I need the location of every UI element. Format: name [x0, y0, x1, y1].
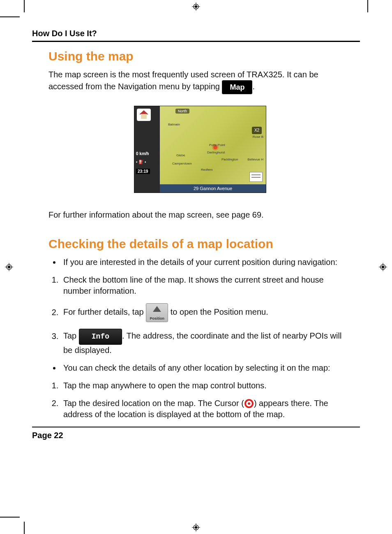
steps-list-2: Tap the map anywhere to open the map con…	[48, 380, 352, 420]
info-button[interactable]: Info	[79, 329, 122, 344]
bullet-list-1: If you are interested in the details of …	[48, 257, 352, 268]
page-content: How Do I Use It? Using the map The map s…	[32, 29, 360, 505]
map-label: Balmain	[168, 123, 180, 126]
intro-text-a: The map screen is the most frequently us…	[48, 70, 318, 91]
crop-mark	[24, 522, 25, 534]
step-3-text-a: Tap	[63, 332, 79, 341]
speed-indicator: 0 km/h	[136, 151, 149, 156]
menu-icon	[249, 172, 263, 182]
footer-rule	[32, 427, 360, 427]
registration-mark-icon	[5, 263, 13, 271]
clock: 23:19	[136, 169, 150, 174]
crop-mark	[0, 16, 20, 17]
step-3: Tap Info. The address, the coordinate an…	[61, 329, 352, 355]
header-rule	[32, 41, 360, 42]
map-screenshot: Balmain Glebe Camperdown Potts Point Dar…	[134, 106, 266, 193]
map-label: Darlinghurst	[207, 151, 225, 154]
map-label: Camperdown	[172, 162, 192, 165]
registration-mark-icon	[192, 2, 200, 11]
home-icon	[137, 109, 151, 121]
map-label: Rose B	[253, 135, 263, 139]
map-label: Paddington	[221, 158, 238, 161]
map-label: Bellevue H	[247, 158, 263, 161]
compass-label: North	[175, 109, 189, 114]
bullet-other-location: You can check the details of any other l…	[61, 362, 352, 374]
crop-mark	[24, 0, 25, 12]
map-sidebar: 0 km/h ▪ ⛽ ▪ 23:19	[134, 106, 160, 193]
svg-point-17	[248, 402, 250, 405]
running-header: How Do I Use It?	[32, 29, 360, 38]
step-2-text-b: to open the Position menu.	[171, 308, 268, 317]
step-b2-text-a: Tap the desired location on the map. The…	[63, 399, 244, 408]
map-label: Glebe	[176, 153, 185, 157]
page-number: Page 22	[32, 431, 360, 440]
intro-text-b: .	[252, 82, 255, 91]
step-b1: Tap the map anywhere to open the map con…	[61, 380, 352, 391]
intro-paragraph: The map screen is the most frequently us…	[48, 69, 352, 94]
map-label: Redfern	[201, 168, 212, 172]
steps-list-1: Check the bottom line of the map. It sho…	[48, 274, 352, 355]
section-heading-checking-details: Checking the details of a map location	[48, 237, 352, 251]
step-b2: Tap the desired location on the map. The…	[61, 398, 352, 420]
registration-mark-icon	[192, 523, 200, 532]
bullet-list-2: You can check the details of any other l…	[48, 362, 352, 374]
position-button-label: Position	[146, 316, 168, 321]
position-button[interactable]: Position	[146, 303, 168, 322]
cursor-icon	[244, 399, 254, 409]
crop-mark	[0, 517, 20, 518]
bullet-current-position: If you are interested in the details of …	[61, 257, 352, 268]
step-1: Check the bottom line of the map. It sho…	[61, 274, 352, 297]
section-heading-using-map: Using the map	[48, 49, 352, 63]
map-button[interactable]: Map	[222, 80, 252, 94]
step-2-text-a: For further details, tap	[63, 308, 146, 317]
see-page-note: For further information about the map sc…	[48, 209, 352, 221]
zoom-in-button: X2	[252, 127, 262, 134]
crop-mark	[367, 0, 368, 12]
registration-mark-icon	[379, 263, 387, 271]
map-label: Potts Point	[209, 143, 225, 147]
up-arrow-icon	[153, 306, 161, 312]
address-bar: 29 Gannon Avenue	[160, 184, 266, 193]
step-2: For further details, tap Position to ope…	[61, 303, 352, 322]
status-icons: ▪ ⛽ ▪	[136, 160, 146, 164]
